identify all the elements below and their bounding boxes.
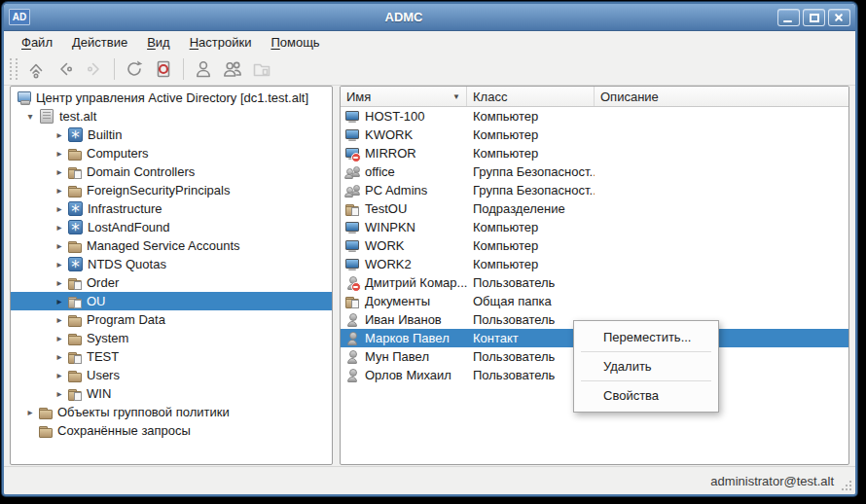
cell-name: WINPKN (341, 220, 467, 235)
domain-icon (40, 109, 54, 124)
tree-item[interactable]: ▸Builtin (11, 126, 332, 144)
expand-arrow-icon[interactable]: ▸ (52, 129, 67, 140)
tree-item[interactable]: ▾test.alt (11, 107, 332, 126)
expand-arrow-icon[interactable]: ▸ (52, 166, 67, 177)
expand-arrow-icon[interactable]: ▸ (52, 259, 67, 270)
menu-Настройки[interactable]: Настройки (180, 32, 262, 53)
tree-item-label: ForeignSecurityPrincipals (87, 183, 230, 198)
navigate-up-button[interactable] (21, 55, 51, 83)
menu-Файл[interactable]: Файл (12, 32, 62, 53)
collapse-arrow-icon[interactable]: ▾ (22, 111, 38, 122)
resize-grip[interactable] (849, 488, 851, 490)
expand-arrow-icon[interactable]: ▸ (22, 407, 38, 417)
console-icon (17, 90, 32, 106)
close-button[interactable] (828, 9, 850, 26)
expand-arrow-icon[interactable]: ▸ (52, 277, 67, 288)
tree-item[interactable]: ▸Managed Service Accounts (11, 236, 332, 255)
object-name: WORK (365, 238, 404, 253)
menu-Действие[interactable]: Действие (62, 32, 137, 53)
column-header-2[interactable]: Класс (467, 87, 595, 106)
title-bar[interactable]: AD ADMC (4, 4, 855, 31)
tree-item[interactable]: ▸Program Data (11, 310, 332, 329)
expand-arrow-icon[interactable]: ▸ (52, 203, 67, 214)
table-row[interactable]: WINPKNКомпьютер (341, 218, 848, 236)
menu-Вид[interactable]: Вид (137, 32, 180, 53)
table-row[interactable]: Дмитрий Комар...Пользователь (341, 273, 848, 292)
tree-item-label: Domain Controllers (87, 164, 195, 179)
tree-item[interactable]: ▸LostAndFound (11, 218, 332, 236)
table-row[interactable]: HOST-100Компьютер (341, 107, 848, 126)
toolbar-separator (114, 58, 115, 80)
tree-item[interactable]: Сохранённые запросы (11, 421, 332, 440)
tree-item[interactable]: ▸WIN (11, 384, 332, 403)
table-row[interactable]: officeГруппа Безопасност... (341, 162, 848, 181)
context-menu-item[interactable]: Свойства (574, 383, 718, 408)
table-row[interactable]: ДокументыОбщая папка (341, 292, 848, 310)
expand-arrow-icon[interactable]: ▸ (52, 314, 67, 325)
column-header-1[interactable]: Имя▼ (341, 87, 467, 106)
filter-icon (153, 58, 174, 80)
expand-arrow-icon[interactable]: ▸ (52, 240, 67, 251)
menu-separator (581, 380, 711, 381)
refresh-icon (124, 58, 145, 80)
expand-arrow-icon[interactable]: ▸ (52, 222, 67, 233)
table-row[interactable]: WORKКомпьютер (341, 236, 848, 255)
create-ou-icon (251, 58, 272, 80)
table-row[interactable]: MIRRORКомпьютер (341, 144, 848, 162)
tree-item[interactable]: ▸TEST (11, 347, 332, 366)
toolbar-separator (183, 58, 184, 80)
tree-item-label: Managed Service Accounts (87, 238, 240, 253)
cell-name: Документы (341, 294, 467, 309)
tree-item[interactable]: ▸Order (11, 273, 332, 292)
minimize-button[interactable] (777, 9, 800, 26)
create-user-button[interactable] (189, 55, 218, 83)
column-header-3[interactable]: Описание (595, 87, 848, 106)
navigate-forward-button (80, 55, 109, 83)
filter-button[interactable] (149, 55, 178, 83)
ou-folder-icon (67, 294, 83, 309)
cell-class: Подразделение (467, 201, 595, 216)
table-row[interactable]: WORK2Компьютер (341, 255, 848, 273)
computer-icon (344, 257, 360, 272)
expand-arrow-icon[interactable]: ▸ (52, 185, 67, 196)
cell-name: MIRROR (341, 146, 467, 162)
context-menu-item[interactable]: Удалить (574, 354, 718, 378)
context-menu-item[interactable]: Переместить... (574, 325, 718, 349)
navigate-back-button[interactable] (51, 55, 80, 83)
table-row[interactable]: KWORKКомпьютер (341, 126, 848, 144)
table-row[interactable]: TestOUПодразделение (341, 199, 848, 218)
tree-item-label: Order (87, 275, 119, 290)
expand-arrow-icon[interactable]: ▸ (52, 388, 67, 399)
expand-arrow-icon[interactable]: ▸ (52, 351, 67, 362)
tree-item[interactable]: ▸System (11, 329, 332, 347)
tree-item[interactable]: ▸OU (11, 292, 332, 310)
expand-arrow-icon[interactable]: ▸ (52, 370, 67, 380)
ou-folder-icon (67, 275, 83, 291)
tree-item[interactable]: ▸Domain Controllers (11, 162, 332, 181)
toolbar-grip[interactable] (10, 58, 18, 80)
group-icon (344, 183, 360, 198)
table-row[interactable]: PC AdminsГруппа Безопасност... (341, 181, 848, 199)
tree-item[interactable]: Центр управления Active Directory [dc1.t… (11, 89, 332, 107)
user-icon (344, 368, 360, 383)
maximize-button[interactable] (803, 9, 825, 26)
tree-item[interactable]: ▸ForeignSecurityPrincipals (11, 181, 332, 199)
folder-icon (38, 405, 54, 420)
tree-item-label: Program Data (87, 312, 165, 327)
tree-item[interactable]: ▸Infrastructure (11, 199, 332, 218)
tree-item[interactable]: ▸Users (11, 366, 332, 384)
tree-item[interactable]: ▸NTDS Quotas (11, 255, 332, 273)
tree-item-label: OU (87, 294, 106, 308)
refresh-button[interactable] (120, 55, 149, 83)
create-group-button[interactable] (218, 55, 247, 83)
tree-item[interactable]: ▸Computers (11, 144, 332, 162)
expand-arrow-icon[interactable]: ▸ (52, 296, 67, 306)
expand-arrow-icon[interactable]: ▸ (52, 333, 67, 343)
admc-window: AD ADMC ФайлДействиеВидНастройкиПомощь Ц… (2, 2, 857, 496)
expand-arrow-icon[interactable]: ▸ (52, 148, 67, 159)
tree-item[interactable]: ▸Объекты групповой политики (11, 403, 332, 421)
menu-Помощь[interactable]: Помощь (261, 32, 329, 53)
create-ou-button (247, 55, 276, 83)
object-name: WORK2 (365, 257, 412, 271)
shared-folder-icon (344, 294, 360, 309)
